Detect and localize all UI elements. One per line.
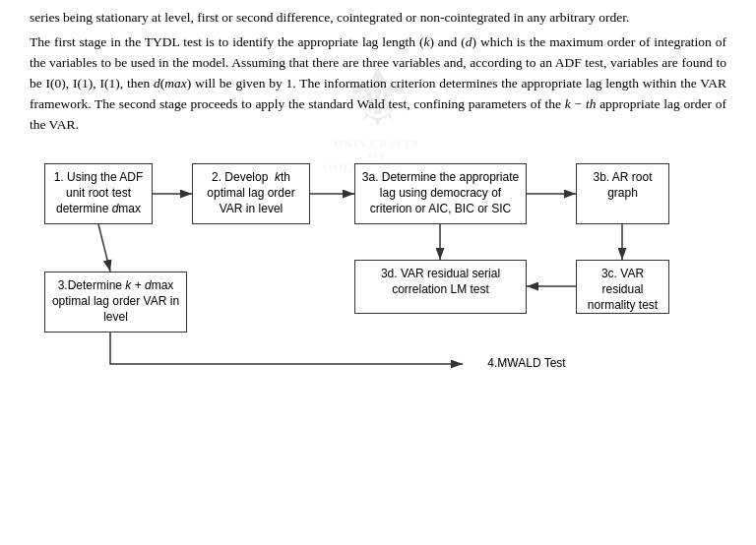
- flowchart-box-3d: 3d. VAR residual serial correlation LM t…: [354, 260, 527, 314]
- flowchart-box-3c: 3c. VAR residual normality test: [576, 260, 669, 314]
- text-content: series being stationary at level, first …: [30, 8, 726, 136]
- flowchart: 1. Using the ADF unit root test determin…: [30, 144, 726, 380]
- paragraph-2: The first stage in the TYDL test is to i…: [30, 32, 726, 136]
- flowchart-box-2: 2. Develop kth optimal lag order VAR in …: [192, 163, 310, 224]
- flowchart-box-1: 1. Using the ADF unit root test determin…: [44, 163, 153, 224]
- page: ⚜ UNIVERSITY OF JOHANNESBURG series bein…: [0, 0, 756, 388]
- flowchart-box-3b: 3b. AR root graph: [576, 163, 669, 224]
- flowchart-box-3a: 3a. Determine the appropriate lag using …: [354, 163, 527, 224]
- paragraph-1: series being stationary at level, first …: [30, 8, 726, 29]
- flowchart-box-3k: 3.Determine k + dmax optimal lag order V…: [44, 272, 187, 333]
- svg-line-1: [98, 224, 110, 272]
- flowchart-box-4: 4.MWALD Test: [463, 350, 591, 378]
